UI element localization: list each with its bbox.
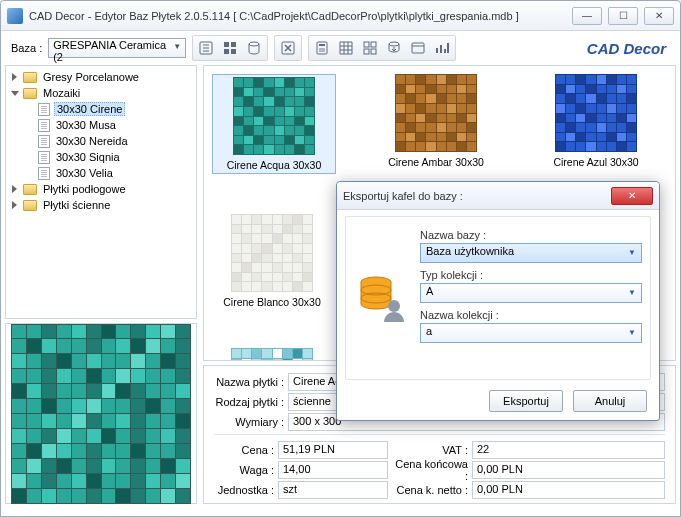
tile-swatch [231,348,313,361]
tile-preview [5,323,197,504]
tile-item[interactable]: Cirene Acqua 30x30 [212,74,336,174]
prop-field-vat[interactable]: 22 [472,441,665,459]
svg-rect-17 [364,49,369,54]
brand-logo: CAD Decor [587,40,666,57]
window-close-button[interactable]: ✕ [644,7,674,25]
folder-icon [23,200,37,211]
tree-item-selected[interactable]: 30x30 Cirene [54,102,125,116]
tree-expand-icon[interactable] [10,200,21,211]
toolbar-delete-icon[interactable] [277,38,299,58]
tile-item[interactable]: Cirene Azul 30x30 [536,74,656,174]
tile-item[interactable]: Cirene Ambar 30x30 [376,74,496,174]
collection-tree[interactable]: Gresy Porcelanowe Mozaiki 30x30 Cirene 3… [5,65,197,319]
dialog-close-button[interactable]: ✕ [611,187,653,205]
export-button[interactable]: Eksportuj [489,390,563,412]
svg-point-13 [321,50,323,52]
database-label: Baza : [5,42,42,54]
file-icon [38,135,50,148]
tree-expand-icon[interactable] [10,72,21,83]
toolbar-grid-icon[interactable] [335,38,357,58]
tile-label: Cirene Ambar 30x30 [376,156,496,168]
tree-item[interactable]: Mozaiki [41,87,82,99]
tree-item[interactable]: 30x30 Siqnia [54,151,122,163]
svg-point-12 [319,50,321,52]
tree-item[interactable]: 30x30 Velia [54,167,115,179]
prop-label-name: Nazwa płytki : [214,376,284,388]
prop-label-unit: Jednostka : [214,484,274,496]
svg-rect-7 [317,42,327,54]
svg-rect-18 [371,49,376,54]
toolbar-new-database-icon[interactable] [195,38,217,58]
toolbar-database-icon[interactable] [243,38,265,58]
toolbar-tiles-icon[interactable] [359,38,381,58]
left-column: Gresy Porcelanowe Mozaiki 30x30 Cirene 3… [5,65,197,504]
tile-label: Cirene Azul 30x30 [536,156,656,168]
tree-collapse-icon[interactable] [10,88,21,99]
svg-rect-16 [371,42,376,47]
prop-label-dimensions: Wymiary : [214,416,284,428]
dialog-footer: Eksportuj Anuluj [489,390,647,412]
prop-field-price[interactable]: 51,19 PLN [278,441,388,459]
cancel-button[interactable]: Anuluj [573,390,647,412]
svg-point-19 [389,42,399,46]
prop-label-vat: VAT : [392,444,468,456]
prop-field-weight[interactable]: 14,00 [278,461,388,479]
toolbar-props-icon[interactable] [407,38,429,58]
svg-rect-1 [224,42,229,47]
prop-label-type: Rodzaj płytki : [214,396,284,408]
file-icon [38,103,50,116]
folder-icon [23,88,37,99]
toolbar-stats-icon[interactable] [431,38,453,58]
toolbar-export-icon[interactable] [383,38,405,58]
dialog-type-select[interactable]: A [420,283,642,303]
tree-item[interactable]: 30x30 Nereida [54,135,130,147]
toolbar-grid-add-icon[interactable] [219,38,241,58]
dialog-label-database: Nazwa bazy : [420,229,642,241]
dialog-titlebar[interactable]: Eksportuj kafel do bazy : ✕ [337,182,659,210]
prop-field-unit[interactable]: szt [278,481,388,499]
file-icon [38,167,50,180]
svg-rect-8 [319,44,325,46]
dialog-collection-select[interactable]: a [420,323,642,343]
svg-rect-2 [231,42,236,47]
tile-item[interactable]: Cirene Blanco 30x30 [212,214,332,308]
main-window: CAD Decor - Edytor Baz Płytek 2.0.5.114 … [0,0,681,517]
dialog-database-select[interactable]: Baza użytkownika [420,243,642,263]
prop-label-weight: Waga : [214,464,274,476]
dialog-label-type: Typ kolekcji : [420,269,642,281]
svg-rect-20 [412,43,424,53]
prop-label-final-price: Cena końcowa : [392,458,468,482]
tree-item[interactable]: Gresy Porcelanowe [41,71,141,83]
dialog-label-collection: Nazwa kolekcji : [420,309,642,321]
window-title: CAD Decor - Edytor Baz Płytek 2.0.5.114 … [29,10,572,22]
database-export-icon [354,270,410,326]
tile-swatch [231,214,313,292]
database-select-value: GRESPANIA Ceramica (2 [53,39,166,63]
svg-point-24 [388,300,400,312]
prop-label-price: Cena : [214,444,274,456]
tile-swatch [395,74,477,152]
folder-icon [23,72,37,83]
tree-item[interactable]: 30x30 Musa [54,119,118,131]
svg-rect-3 [224,49,229,54]
svg-point-5 [249,42,259,46]
tree-expand-icon[interactable] [10,184,21,195]
toolbar-calc-icon[interactable] [311,38,333,58]
database-select[interactable]: GRESPANIA Ceramica (2 [48,38,186,58]
svg-rect-15 [364,42,369,47]
tile-label: Cirene Acqua 30x30 [215,159,333,171]
window-minimize-button[interactable]: — [572,7,602,25]
prop-field-final-price[interactable]: 0,00 PLN [472,461,665,479]
tree-item[interactable]: Płytki podłogowe [41,183,128,195]
window-maximize-button[interactable]: ☐ [608,7,638,25]
toolbar: Baza : GRESPANIA Ceramica (2 CAD Dec [5,35,676,61]
tree-item[interactable]: Płytki ścienne [41,199,112,211]
folder-icon [23,184,37,195]
tile-item[interactable]: Cirene Cielo 30x30 [212,348,332,361]
export-dialog: Eksportuj kafel do bazy : ✕ [336,181,660,421]
prop-field-net-price[interactable]: 0,00 PLN [472,481,665,499]
tile-label: Cirene Blanco 30x30 [212,296,332,308]
svg-point-9 [319,48,321,50]
dialog-title: Eksportuj kafel do bazy : [343,190,611,202]
tool-group-1 [192,35,268,61]
